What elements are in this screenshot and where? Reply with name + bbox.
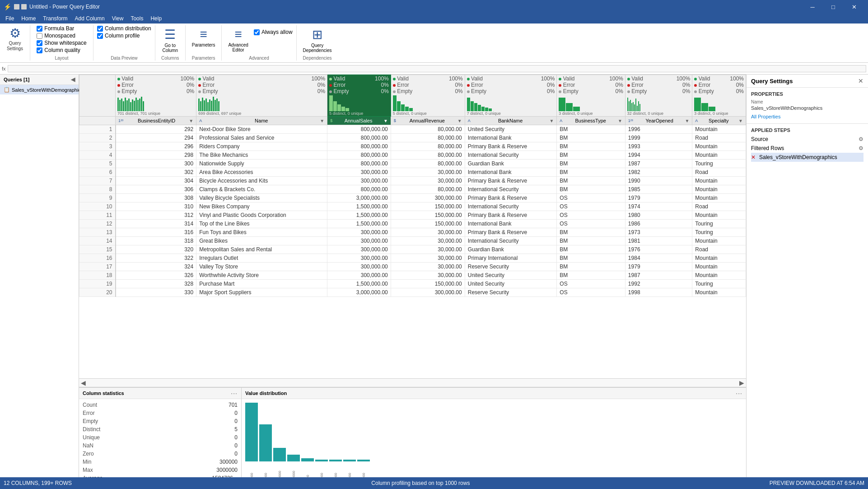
table-row[interactable]: 12314Top of the Line Bikes1,500,000.0015… — [79, 220, 746, 228]
column-distribution-checkbox[interactable] — [97, 26, 103, 32]
table-row[interactable]: 6302Area Bike Accessories300,000.0030,00… — [79, 168, 746, 177]
table-cell: BM — [557, 151, 625, 160]
always-allow-checkbox-row[interactable]: Always allow — [254, 29, 293, 35]
step-filtered-rows-gear[interactable]: ⚙ — [859, 145, 863, 151]
annualsales-filter-icon[interactable]: ▼ — [383, 118, 388, 123]
table-cell: BM — [557, 185, 625, 194]
table-row[interactable]: 20330Major Sport Suppliers3,000,000.0030… — [79, 288, 746, 297]
always-allow-checkbox[interactable] — [254, 29, 260, 35]
step-sales-vstoredem[interactable]: ✕ Sales_vStoreWithDemographics — [751, 153, 863, 162]
table-row[interactable]: 14318Great Bikes300,000.0030,000.00Inter… — [79, 237, 746, 245]
step-filtered-rows[interactable]: Filtered Rows ⚙ — [751, 144, 863, 153]
ribbon-group-query-settings-buttons: ⚙ QuerySettings — [4, 25, 26, 60]
table-row[interactable]: 4298The Bike Mechanics800,000.0080,000.0… — [79, 151, 746, 160]
value-distribution-more-button[interactable]: ··· — [736, 390, 742, 397]
col-header-businessentityid[interactable]: 1²³ BusinessEntityID ▼ — [116, 117, 196, 125]
menu-tools[interactable]: Tools — [127, 14, 147, 23]
table-row[interactable]: 18326Worthwhile Activity Store300,000.00… — [79, 271, 746, 280]
val-bar — [273, 448, 286, 461]
go-to-column-button[interactable]: ☰ Go toColumn — [159, 25, 182, 55]
table-container[interactable]: Valid 100% Error 0% Empty 0% — [79, 75, 746, 378]
bankname-filter-icon[interactable]: ▼ — [549, 118, 554, 123]
column-profile-checkbox-row[interactable]: Column profile — [97, 33, 151, 39]
formula-bar-label: fx — [2, 66, 6, 71]
menu-add-column[interactable]: Add Column — [71, 14, 108, 23]
table-cell: OS — [557, 288, 625, 297]
queries-collapse-icon[interactable]: ◀ — [71, 76, 75, 83]
column-quality-checkbox-row[interactable]: Column quality — [37, 47, 86, 53]
query-settings-button[interactable]: ⚙ QuerySettings — [4, 25, 26, 53]
table-cell: Primary Bank & Reserve — [465, 142, 557, 151]
table-row[interactable]: 13316Fun Toys and Bikes300,000.0030,000.… — [79, 228, 746, 237]
col-header-specialty[interactable]: A Specialty ▼ — [692, 117, 746, 125]
table-row[interactable]: 15320Metropolitan Sales and Rental300,00… — [79, 245, 746, 254]
stats-label: Max — [83, 467, 210, 473]
all-properties-link[interactable]: All Properties — [751, 114, 780, 119]
table-row[interactable]: 7304Bicycle Accessories and Kits300,000.… — [79, 177, 746, 185]
col-header-businesstype[interactable]: A BusinessType ▼ — [557, 117, 625, 125]
menu-home[interactable]: Home — [18, 14, 39, 23]
column-stats-more-button[interactable]: ··· — [231, 390, 238, 397]
monospaced-checkbox[interactable] — [37, 33, 42, 39]
formula-input[interactable] — [8, 65, 866, 72]
table-row[interactable]: 9308Valley Bicycle Specialists3,000,000.… — [79, 194, 746, 202]
step-x-icon[interactable]: ✕ — [751, 154, 756, 160]
menu-transform[interactable]: Transform — [39, 14, 71, 23]
stats-value: 300000 — [210, 459, 238, 465]
col-header-bankname[interactable]: A BankName ▼ — [465, 117, 557, 125]
query-item-sales[interactable]: 📋 Sales_vStoreWithDemographics — [0, 85, 79, 94]
menu-help[interactable]: Help — [147, 14, 165, 23]
restore-button[interactable]: □ — [823, 0, 844, 14]
advanced-editor-button[interactable]: ≡ AdvancedEditor — [225, 25, 251, 54]
table-row[interactable]: 5300Nationwide Supply800,000.0080,000.00… — [79, 160, 746, 168]
queries-header: Queries [1] ◀ — [0, 75, 79, 85]
table-row[interactable]: 11312Vinyl and Plastic Goods Corporation… — [79, 211, 746, 220]
col-header-yearopened[interactable]: 1²³ YearOpened ▼ — [625, 117, 692, 125]
monospaced-checkbox-row[interactable]: Monospaced — [37, 33, 86, 39]
parameters-button[interactable]: ≡ Parameters — [189, 25, 218, 49]
col-header-annualsales[interactable]: $ AnnualSales ▼ — [327, 117, 391, 125]
profile-stats-2: 699 distinct, 697 unique — [198, 111, 325, 116]
name-filter-icon[interactable]: ▼ — [320, 118, 324, 123]
menu-file[interactable]: File — [2, 14, 18, 23]
table-row[interactable]: 19328Purchase Mart1,500,000.00150,000.00… — [79, 280, 746, 288]
scroll-right-arrow[interactable]: ▶ — [739, 379, 744, 386]
query-settings-icon: ⚙ — [9, 27, 21, 40]
minimize-button[interactable]: ─ — [802, 0, 823, 14]
menu-view[interactable]: View — [108, 14, 127, 23]
annualrevenue-filter-icon[interactable]: ▼ — [457, 118, 462, 123]
column-profile-checkbox[interactable] — [97, 33, 103, 39]
error-dot-3 — [329, 84, 332, 87]
table-row[interactable]: 17324Valley Toy Store300,000.0030,000.00… — [79, 263, 746, 271]
table-row[interactable]: 16322Irregulars Outlet300,000.0030,000.0… — [79, 254, 746, 263]
column-distribution-checkbox-row[interactable]: Column distribution — [97, 25, 151, 32]
table-row[interactable]: 1292Next-Door Bike Store800,000.0080,000… — [79, 125, 746, 134]
empty-dot-4 — [393, 90, 396, 93]
table-row[interactable]: 8306Clamps & Brackets Co.800,000.0080,00… — [79, 185, 746, 194]
stats-row: Count701 — [79, 401, 241, 409]
specialty-filter-icon[interactable]: ▼ — [738, 118, 743, 123]
col-header-name[interactable]: A Name ▼ — [196, 117, 327, 125]
scroll-left-arrow[interactable]: ◀ — [81, 379, 86, 386]
table-row[interactable]: 10310New Bikes Company1,500,000.00150,00… — [79, 202, 746, 211]
query-settings-close-button[interactable]: ✕ — [858, 77, 863, 85]
formula-bar-checkbox[interactable] — [37, 26, 42, 32]
step-source-gear[interactable]: ⚙ — [859, 136, 863, 142]
stats-scroll-area[interactable]: Count701Error0Empty0Distinct5Unique0NaN0… — [79, 399, 241, 482]
query-dependencies-button[interactable]: ⊞ QueryDependencies — [300, 25, 335, 55]
formula-bar-checkbox-row[interactable]: Formula Bar — [37, 25, 86, 32]
col-header-annualrevenue[interactable]: $ AnnualRevenue ▼ — [391, 117, 465, 125]
show-whitespace-checkbox[interactable] — [37, 40, 42, 46]
close-button[interactable]: ✕ — [844, 0, 864, 14]
show-whitespace-checkbox-row[interactable]: Show whitespace — [37, 40, 86, 46]
step-source[interactable]: Source ⚙ — [751, 135, 863, 144]
table-row[interactable]: 3296Riders Company800,000.0080,000.00Pri… — [79, 142, 746, 151]
table-row[interactable]: 2294Professional Sales and Service800,00… — [79, 134, 746, 142]
profile-stats-5: 7 distinct, 0 unique — [467, 111, 555, 116]
profile-stats-6: 3 distinct, 0 unique — [559, 111, 623, 116]
ribbon-group-layout: Formula Bar Monospaced Show whitespace C… — [30, 25, 93, 61]
businesstype-filter-icon[interactable]: ▼ — [618, 118, 622, 123]
column-quality-checkbox[interactable] — [37, 47, 42, 53]
yearopened-filter-icon[interactable]: ▼ — [685, 118, 689, 123]
businessentityid-filter-icon[interactable]: ▼ — [189, 118, 193, 123]
